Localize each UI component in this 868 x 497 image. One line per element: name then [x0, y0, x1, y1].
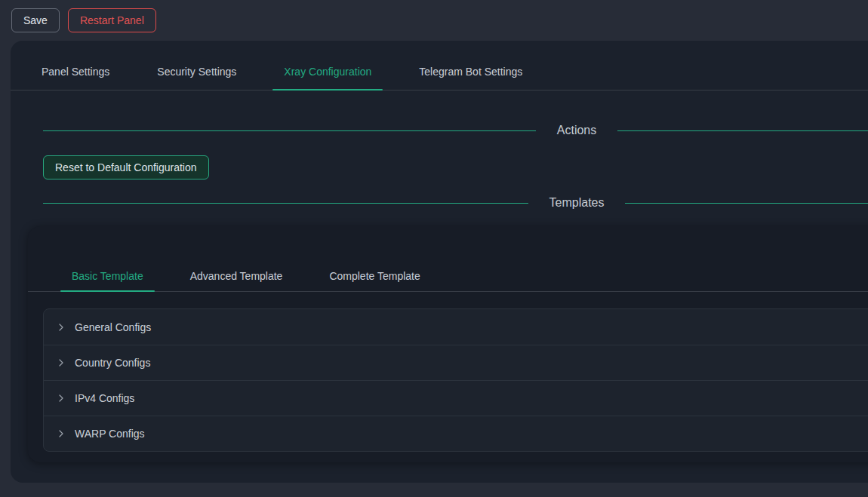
collapse-ipv4-configs[interactable]: IPv4 Configs: [44, 380, 868, 416]
collapse-item-label: IPv4 Configs: [75, 392, 134, 404]
collapse-general-configs[interactable]: General Configs: [44, 309, 868, 345]
restart-panel-button[interactable]: Restart Panel: [68, 8, 156, 32]
tab-advanced-template[interactable]: Advanced Template: [179, 268, 294, 291]
divider-line: [43, 130, 536, 131]
collapse-item-label: General Configs: [75, 321, 151, 333]
divider-line: [43, 203, 528, 204]
settings-card: Panel Settings Security Settings Xray Co…: [11, 41, 868, 483]
chevron-right-icon: [57, 394, 66, 403]
reset-to-default-configuration-button[interactable]: Reset to Default Configuration: [43, 155, 209, 179]
chevron-right-icon: [57, 323, 66, 332]
tab-telegram-bot-settings[interactable]: Telegram Bot Settings: [408, 63, 534, 90]
actions-divider-label: Actions: [557, 123, 596, 138]
settings-tab-bar: Panel Settings Security Settings Xray Co…: [11, 41, 868, 91]
templates-divider: Templates: [43, 195, 868, 210]
template-tab-bar: Basic Template Advanced Template Complet…: [28, 226, 868, 292]
collapse-item-label: Country Configs: [75, 357, 150, 369]
config-collapse-list: General Configs Country Configs IPv4 Con…: [43, 308, 868, 452]
tab-basic-template[interactable]: Basic Template: [60, 268, 155, 291]
actions-divider: Actions: [43, 123, 868, 138]
save-button[interactable]: Save: [11, 8, 60, 32]
templates-divider-label: Templates: [549, 195, 605, 210]
divider-line: [617, 130, 868, 131]
actions-row: Reset to Default Configuration: [43, 155, 868, 179]
template-card: Basic Template Advanced Template Complet…: [28, 226, 868, 462]
tab-complete-template[interactable]: Complete Template: [318, 268, 431, 291]
tab-security-settings[interactable]: Security Settings: [146, 63, 248, 90]
divider-line: [625, 203, 868, 204]
collapse-item-label: WARP Configs: [75, 428, 145, 440]
collapse-country-configs[interactable]: Country Configs: [44, 345, 868, 380]
tab-xray-configuration[interactable]: Xray Configuration: [272, 63, 383, 90]
chevron-right-icon: [57, 358, 66, 367]
chevron-right-icon: [57, 429, 66, 438]
top-action-bar: Save Restart Panel: [0, 0, 868, 41]
collapse-warp-configs[interactable]: WARP Configs: [44, 416, 868, 451]
tab-panel-settings[interactable]: Panel Settings: [30, 63, 121, 90]
